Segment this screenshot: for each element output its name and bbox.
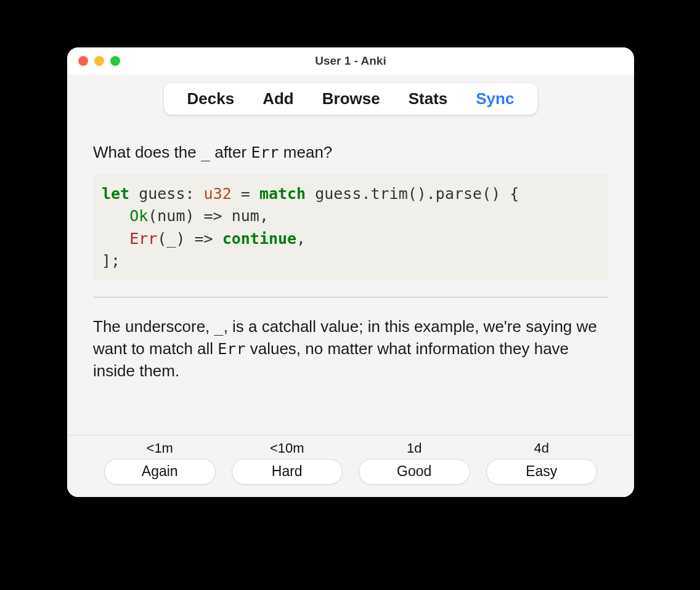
toolbar-stats[interactable]: Stats	[409, 89, 448, 108]
code-text: (num) => num,	[148, 207, 269, 225]
window-controls	[78, 56, 120, 66]
toolbar: Decks Add Browse Stats Sync	[164, 83, 538, 115]
code-block: let guess: u32 = match guess.trim().pars…	[93, 174, 608, 281]
again-button[interactable]: Again	[104, 459, 216, 485]
toolbar-decks[interactable]: Decks	[187, 89, 235, 108]
ease-time-easy: 4d	[534, 440, 549, 456]
code-kw-let: let	[102, 185, 129, 203]
close-icon[interactable]	[78, 56, 88, 66]
ease-easy: 4d Easy	[486, 440, 598, 485]
card-divider	[93, 297, 608, 297]
code-text: (_) =>	[157, 230, 222, 248]
app-window: User 1 - Anki Decks Add Browse Stats Syn…	[67, 47, 634, 497]
ease-time-again: <1m	[147, 440, 173, 456]
card-question: What does the _ after Err mean?	[93, 142, 608, 163]
card-content: What does the _ after Err mean? let gues…	[67, 115, 634, 435]
toolbar-wrap: Decks Add Browse Stats Sync	[67, 75, 634, 115]
code-indent	[102, 207, 129, 225]
code-text: =	[232, 185, 259, 203]
question-text: What does the	[93, 143, 201, 161]
titlebar: User 1 - Anki	[67, 47, 634, 75]
code-close: ];	[102, 252, 120, 270]
ease-hard: <10m Hard	[232, 440, 343, 485]
question-text: mean?	[279, 143, 333, 161]
question-text: after	[210, 143, 251, 161]
window-title: User 1 - Anki	[315, 54, 386, 68]
minimize-icon[interactable]	[94, 56, 104, 66]
ease-time-good: 1d	[407, 440, 421, 456]
code-type-u32: u32	[204, 185, 232, 203]
answer-underscore: _	[214, 318, 224, 336]
question-underscore: _	[201, 143, 210, 161]
question-code-err: Err	[251, 143, 279, 161]
answer-text: The underscore,	[93, 317, 214, 336]
code-text: guess:	[129, 185, 203, 203]
ease-good: 1d Good	[359, 440, 470, 485]
easy-button[interactable]: Easy	[486, 459, 598, 485]
zoom-icon[interactable]	[110, 56, 120, 66]
code-ok: Ok	[129, 207, 148, 225]
ease-again: <1m Again	[104, 440, 216, 485]
toolbar-sync[interactable]: Sync	[476, 89, 514, 108]
code-err: Err	[129, 230, 157, 248]
card-answer: The underscore, _, is a catchall value; …	[93, 316, 608, 382]
code-kw-match: match	[259, 185, 306, 203]
code-text: guess.trim().parse() {	[306, 185, 519, 203]
hard-button[interactable]: Hard	[232, 459, 343, 485]
ease-bar: <1m Again <10m Hard 1d Good 4d Easy	[67, 435, 634, 497]
answer-code-err: Err	[218, 340, 245, 358]
good-button[interactable]: Good	[359, 459, 470, 485]
code-indent	[102, 230, 129, 248]
toolbar-add[interactable]: Add	[262, 89, 294, 108]
toolbar-browse[interactable]: Browse	[322, 89, 380, 108]
ease-time-hard: <10m	[270, 440, 304, 456]
code-kw-continue: continue	[222, 230, 296, 248]
code-text: ,	[296, 230, 306, 248]
